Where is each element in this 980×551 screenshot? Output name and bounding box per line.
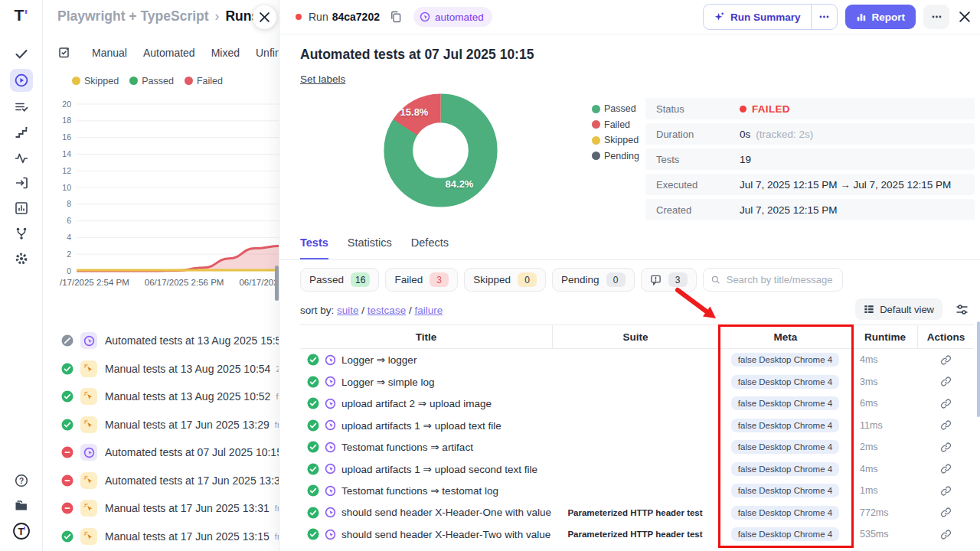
panel-close-button[interactable] bbox=[959, 11, 970, 22]
test-title[interactable]: Logger ⇒ simple log bbox=[341, 376, 435, 388]
runs-filter-tabs: Manual Automated Mixed Unfinished bbox=[57, 46, 306, 60]
default-view-button[interactable]: Default view bbox=[855, 298, 942, 320]
run-title: Manual tests at 17 Jun 2025 13:31 bbox=[105, 502, 270, 514]
test-title[interactable]: upload artifact 2 ⇒ upload image bbox=[341, 397, 492, 409]
report-button[interactable]: Report bbox=[845, 5, 916, 29]
copy-link-button[interactable] bbox=[917, 529, 974, 540]
copy-link-button[interactable] bbox=[917, 419, 974, 431]
sidebar-item-analytics[interactable] bbox=[10, 198, 33, 218]
sidebar-item-runs[interactable] bbox=[10, 69, 33, 92]
panel-more-button[interactable] bbox=[923, 5, 949, 29]
set-labels-link[interactable]: Set labels bbox=[300, 73, 345, 85]
filter-comments-button[interactable]: 3 bbox=[641, 268, 697, 292]
sidebar-item-settings[interactable] bbox=[10, 249, 33, 269]
test-title[interactable]: upload artifacts 1 ⇒ upload second text … bbox=[341, 463, 537, 475]
legend-failed[interactable]: Failed bbox=[185, 76, 223, 86]
copy-link-button[interactable] bbox=[917, 398, 974, 409]
automated-badge[interactable]: automated bbox=[413, 7, 492, 27]
test-title[interactable]: Logger ⇒ logger bbox=[341, 354, 416, 366]
view-settings-button[interactable] bbox=[956, 303, 969, 316]
table-row[interactable]: upload artifacts 1 ⇒ upload second text … bbox=[300, 458, 974, 481]
sort-by-suite-link[interactable]: suite bbox=[337, 305, 359, 316]
left-page-scrollbar[interactable] bbox=[275, 266, 279, 301]
copy-link-button[interactable] bbox=[917, 485, 974, 497]
check-circle-icon bbox=[61, 363, 74, 375]
list-item[interactable]: Manual tests at 13 Aug 2025 10:52 from bbox=[61, 387, 285, 406]
column-header-title[interactable]: Title bbox=[300, 325, 552, 348]
copy-link-button[interactable] bbox=[917, 376, 974, 387]
table-row[interactable]: Testomat functions ⇒ testomat log false … bbox=[300, 480, 974, 502]
filter-skipped-button[interactable]: Skipped0 bbox=[464, 268, 546, 292]
column-header-suite[interactable]: Suite bbox=[552, 325, 718, 348]
sidebar-item-help[interactable]: ? bbox=[10, 471, 33, 491]
sidebar-item-import[interactable] bbox=[10, 173, 33, 193]
table-row[interactable]: Logger ⇒ simple log false Desktop Chrome… bbox=[300, 371, 974, 393]
list-item[interactable]: Manual tests at 17 Jun 2025 13:15 from bbox=[61, 527, 285, 546]
link-icon bbox=[940, 419, 952, 431]
sidebar-item-branches[interactable] bbox=[10, 223, 33, 243]
column-header-meta[interactable]: Meta bbox=[718, 325, 852, 348]
filter-failed-button[interactable]: Failed3 bbox=[385, 268, 458, 292]
table-row[interactable]: Logger ⇒ logger false Desktop Chrome 4 4… bbox=[300, 349, 974, 371]
table-row[interactable]: Testomat functions ⇒ artifact false Desk… bbox=[300, 436, 974, 458]
test-title[interactable]: upload artifacts 1 ⇒ upload text file bbox=[341, 419, 501, 432]
test-title[interactable]: should send header X-Header-Two with val… bbox=[341, 529, 552, 540]
sidebar-item-docs[interactable] bbox=[10, 496, 33, 516]
sidebar-item-milestones[interactable] bbox=[10, 122, 33, 142]
list-item[interactable]: Automated tests at 07 Jul 2025 10:15 bbox=[61, 443, 285, 461]
copy-run-id-button[interactable] bbox=[390, 11, 401, 23]
sort-by-testcase-link[interactable]: testcase bbox=[368, 305, 406, 316]
copy-link-button[interactable] bbox=[917, 507, 974, 518]
list-item[interactable]: Manual tests at 13 Aug 2025 10:54 2 bbox=[61, 360, 285, 378]
sidebar-item-tasks[interactable] bbox=[10, 44, 33, 64]
table-row[interactable]: upload artifacts 1 ⇒ upload text file fa… bbox=[300, 415, 974, 437]
panel-collapse-button[interactable] bbox=[253, 5, 276, 29]
status-failed-icon bbox=[61, 446, 74, 458]
column-header-runtime[interactable]: Runtime bbox=[852, 325, 917, 348]
test-runtime: 4ms bbox=[852, 354, 917, 365]
profile-avatar[interactable]: T bbox=[10, 521, 33, 541]
sparkles-icon bbox=[714, 11, 725, 23]
run-summary-button[interactable]: Run Summary bbox=[704, 5, 811, 29]
table-row[interactable]: should send header X-Header-Two with val… bbox=[300, 523, 974, 546]
test-title[interactable]: should send header X-Header-One with val… bbox=[341, 507, 552, 518]
failed-dot-icon bbox=[740, 106, 746, 112]
legend-passed[interactable]: Passed bbox=[129, 76, 174, 86]
clipboard-check-icon[interactable] bbox=[57, 46, 71, 60]
minus-circle-icon bbox=[61, 446, 74, 458]
list-item[interactable]: Automated tests at 17 Jun 2025 13:30 bbox=[61, 471, 285, 490]
filter-passed-button[interactable]: Passed16 bbox=[300, 268, 379, 292]
column-header-actions[interactable]: Actions bbox=[917, 325, 974, 348]
test-runtime: 2ms bbox=[852, 442, 917, 452]
table-row[interactable]: should send header X-Header-One with val… bbox=[300, 502, 974, 524]
copy-link-button[interactable] bbox=[917, 354, 974, 366]
list-item[interactable]: Automated tests at 13 Aug 2025 15:53 bbox=[61, 331, 285, 350]
manual-run-icon bbox=[83, 419, 94, 430]
app-logo[interactable]: T' bbox=[0, 6, 42, 24]
list-item[interactable]: Manual tests at 17 Jun 2025 13:31 from bbox=[61, 499, 285, 517]
test-title[interactable]: Testomat functions ⇒ artifact bbox=[341, 441, 473, 453]
legend-skipped[interactable]: Skipped bbox=[72, 76, 119, 86]
sidebar-item-test-plans[interactable] bbox=[10, 97, 33, 117]
panel-scrollbar[interactable] bbox=[977, 321, 980, 417]
run-summary-more-button[interactable] bbox=[812, 5, 837, 29]
tab-tests[interactable]: Tests bbox=[300, 236, 328, 259]
tab-mixed[interactable]: Mixed bbox=[211, 47, 240, 59]
breadcrumb-project[interactable]: Playwright + TypeScript bbox=[57, 8, 209, 24]
tab-defects[interactable]: Defects bbox=[411, 236, 449, 259]
copy-link-button[interactable] bbox=[917, 442, 974, 453]
list-item[interactable]: Manual tests at 17 Jun 2025 13:29 from bbox=[61, 416, 285, 434]
search-input[interactable] bbox=[725, 273, 835, 286]
tab-statistics[interactable]: Statistics bbox=[348, 236, 392, 259]
sort-by-failure-link[interactable]: failure bbox=[414, 305, 443, 316]
run-summary-split-button: Run Summary bbox=[703, 4, 838, 30]
test-title[interactable]: Testomat functions ⇒ testomat log bbox=[341, 484, 498, 497]
sidebar-item-activity[interactable] bbox=[10, 148, 33, 168]
filter-pending-button[interactable]: Pending0 bbox=[552, 268, 635, 292]
tab-automated[interactable]: Automated bbox=[143, 47, 195, 59]
check-circle-icon bbox=[307, 441, 319, 453]
copy-link-button[interactable] bbox=[917, 463, 974, 474]
run-status-dot-icon bbox=[296, 14, 302, 20]
table-row[interactable]: upload artifact 2 ⇒ upload image false D… bbox=[300, 393, 974, 415]
tab-manual[interactable]: Manual bbox=[92, 47, 127, 59]
